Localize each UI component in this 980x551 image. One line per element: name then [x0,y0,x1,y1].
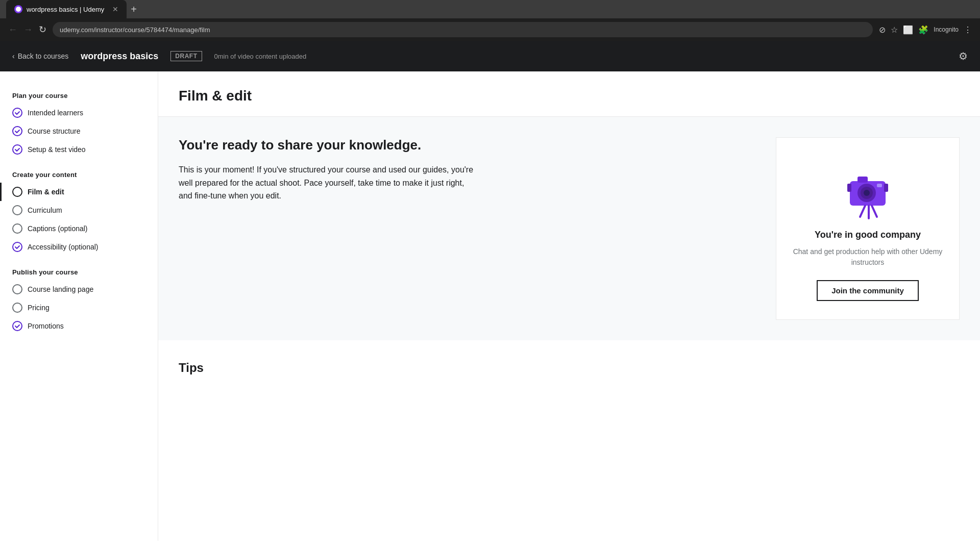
check-icon-accessibility [12,242,22,252]
svg-point-3 [13,145,22,154]
content-paragraph: This is your moment! If you've structure… [179,163,475,203]
empty-circle-captions [12,223,22,234]
sidebar-item-curriculum[interactable]: Curriculum [0,201,158,219]
profile-icon[interactable]: ⬜ [903,25,913,35]
promotions-label: Promotions [28,322,64,330]
svg-rect-16 [877,184,882,187]
svg-rect-12 [884,184,888,192]
upload-status: 0min of video content uploaded [214,53,307,60]
right-card: You're in good company Chat and get prod… [776,137,960,320]
sidebar-item-captions[interactable]: Captions (optional) [0,219,158,238]
svg-line-15 [872,206,877,217]
sidebar-item-intended-learners[interactable]: Intended learners [0,104,158,122]
card-title: You're in good company [815,230,921,240]
course-structure-label: Course structure [28,127,80,135]
card-illustration [837,158,898,219]
sidebar-item-setup-test-video[interactable]: Setup & test video [0,140,158,159]
svg-rect-10 [857,177,868,183]
forward-button[interactable]: → [23,24,33,35]
content-area: Film & edit You're ready to share your k… [158,71,980,541]
back-button[interactable]: ← [8,24,17,35]
svg-rect-11 [847,184,851,192]
empty-circle-film-edit [12,187,22,197]
curriculum-label: Curriculum [28,206,62,214]
svg-point-0 [16,7,21,12]
content-body: You're ready to share your knowledge. Th… [158,117,980,395]
check-icon-setup-test [12,144,22,155]
check-icon-promotions [12,321,22,331]
back-to-courses-label: Back to courses [18,52,69,60]
tips-title: Tips [179,361,960,375]
content-headline: You're ready to share your knowledge. [179,137,755,153]
check-icon-intended-learners [12,108,22,118]
browser-controls: ← → ↻ udemy.com/instructor/course/578447… [0,18,980,41]
sidebar-item-course-landing-page[interactable]: Course landing page [0,280,158,298]
course-landing-page-label: Course landing page [28,285,93,293]
page-header: Film & edit [158,71,980,117]
svg-point-2 [13,127,22,136]
sidebar-item-film-edit[interactable]: Film & edit [0,183,158,201]
join-community-button[interactable]: Join the community [817,280,919,301]
check-icon-course-structure [12,126,22,136]
sidebar: Plan your course Intended learners Cours… [0,71,158,541]
new-tab-button[interactable]: + [131,4,137,15]
svg-point-5 [13,321,22,331]
publish-section-title: Publish your course [0,260,158,280]
main-content-section: You're ready to share your knowledge. Th… [158,117,980,340]
create-section-title: Create your content [0,163,158,183]
svg-line-13 [860,206,865,217]
sidebar-item-promotions[interactable]: Promotions [0,317,158,335]
empty-circle-curriculum [12,205,22,215]
card-description: Chat and get production help with other … [792,246,944,268]
accessibility-label: Accessibility (optional) [28,243,99,251]
svg-point-9 [864,190,870,196]
extensions-icon[interactable]: 🧩 [918,25,928,35]
main-layout: Plan your course Intended learners Cours… [0,71,980,541]
settings-icon[interactable]: ⚙ [959,50,968,62]
pricing-label: Pricing [28,304,50,312]
menu-icon[interactable]: ⋮ [964,25,972,35]
captions-label: Captions (optional) [28,224,88,233]
svg-point-1 [13,108,22,117]
course-title: wordpress basics [81,51,158,62]
page-title: Film & edit [179,88,960,104]
bookmark-icon[interactable]: ☆ [891,25,898,35]
browser-actions: ⊘ ☆ ⬜ 🧩 Incognito ⋮ [879,25,972,35]
draft-badge: DRAFT [170,51,202,61]
intended-learners-label: Intended learners [28,109,83,117]
empty-circle-pricing [12,303,22,313]
tab-title: wordpress basics | Udemy [27,6,104,13]
sidebar-item-pricing[interactable]: Pricing [0,298,158,317]
incognito-label: Incognito [934,26,959,33]
browser-tab[interactable]: wordpress basics | Udemy ✕ [6,0,127,18]
back-to-courses-link[interactable]: ‹ Back to courses [12,52,68,60]
sidebar-item-accessibility[interactable]: Accessibility (optional) [0,238,158,256]
tab-favicon [14,5,22,13]
film-edit-label: Film & edit [28,188,64,196]
address-bar[interactable]: udemy.com/instructor/course/5784474/mana… [53,22,873,37]
empty-circle-landing-page [12,284,22,294]
tab-close-button[interactable]: ✕ [112,5,118,13]
refresh-button[interactable]: ↻ [39,24,46,35]
tips-section: Tips [158,340,980,395]
browser-tab-bar: wordpress basics | Udemy ✕ + [0,0,980,18]
back-arrow-icon: ‹ [12,52,15,60]
setup-test-video-label: Setup & test video [28,145,86,154]
url-text: udemy.com/instructor/course/5784474/mana… [60,26,210,34]
cast-icon: ⊘ [879,25,886,35]
svg-point-4 [13,242,22,252]
sidebar-item-course-structure[interactable]: Course structure [0,122,158,140]
plan-section-title: Plan your course [0,84,158,104]
content-text-block: You're ready to share your knowledge. Th… [179,137,755,320]
app-header: ‹ Back to courses wordpress basics DRAFT… [0,41,980,71]
